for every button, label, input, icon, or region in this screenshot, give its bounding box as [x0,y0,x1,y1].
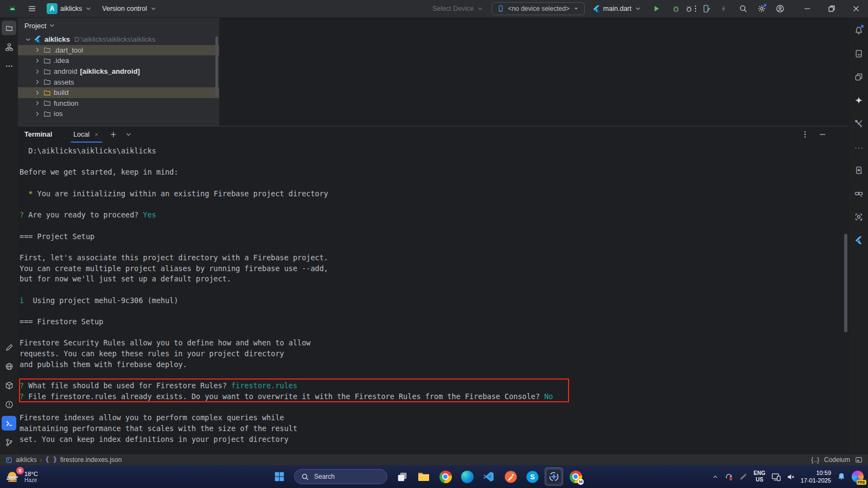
attach-debugger-button[interactable] [682,2,696,16]
tool-button-app-quality-insights[interactable] [851,163,866,177]
chevron-right-icon[interactable] [33,68,42,75]
tool-button-resource-manager[interactable] [851,69,866,84]
project-widget[interactable]: A aiklicks [44,2,94,16]
profile-button[interactable] [773,2,787,16]
tool-button-project-folder[interactable] [2,21,16,35]
taskbar-app-skype[interactable]: S [523,467,541,486]
sync-alert-icon[interactable] [725,473,733,481]
tool-button-package[interactable] [2,378,16,393]
tree-item-assets[interactable]: assets [18,76,219,87]
terminal-line: set. You can keep index definitions in y… [20,434,848,445]
window-minimize-button[interactable] [795,0,819,17]
tool-button-dart-globe[interactable] [2,359,16,374]
project-scrollbar[interactable] [215,36,218,97]
tree-item-android[interactable]: android[aiklicks_android] [18,66,219,77]
window-close-button[interactable] [844,0,868,17]
device-selector-combo[interactable]: <no device selected> [492,2,584,15]
tool-button-more-horizontal[interactable] [2,59,16,73]
screen-reader-icon[interactable] [855,456,863,464]
chevron-right-icon[interactable] [33,99,42,107]
chevron-right-icon[interactable] [33,78,42,86]
taskbar-app-chrome-m[interactable]: M [566,467,585,486]
package-icon [5,381,14,390]
chevron-right-icon[interactable] [33,89,42,97]
tool-button-deep-links[interactable] [851,186,866,201]
tool-button-problems[interactable] [2,397,16,412]
taskbar-search[interactable]: Search [294,469,387,484]
terminal-tab-local[interactable]: Local [68,126,105,143]
search-everywhere-button[interactable] [736,2,750,16]
tool-button-gemini[interactable] [851,93,866,107]
device-mirror-button[interactable] [699,2,713,16]
tool-button-ui-check[interactable] [851,209,866,224]
breadcrumb-file[interactable]: firestore.indexes.json [60,456,122,464]
search-placeholder: Search [314,473,335,480]
folder-icon [42,99,52,107]
tool-button-flutter-performance[interactable] [851,233,866,247]
tree-item--dart-tool[interactable]: .dart_tool [18,45,219,56]
terminal-minimize-button[interactable] [818,130,827,139]
tool-button-structure-braces[interactable]: {...} [851,139,866,154]
project-panel-header[interactable]: Project [18,18,219,33]
terminal-output[interactable]: D:\aiklicks\aiklicks\aiklicks Before we … [18,143,848,454]
android-studio-logo-icon [5,2,20,16]
run-button[interactable] [649,2,663,16]
volume-muted-icon[interactable] [787,473,795,481]
terminal-line: and publish them with firebase deploy. [20,359,848,370]
tree-item--idea[interactable]: .idea [18,55,219,66]
tool-button-git-branch[interactable] [2,435,16,450]
tab-close-icon[interactable] [93,131,100,138]
terminal-scrollbar[interactable] [844,234,847,332]
language-switcher[interactable]: ENG US [754,470,765,483]
chevron-down-icon [48,22,56,29]
clock[interactable]: 10:59 17-01-2025 [801,469,831,485]
chevron-right-icon[interactable] [33,46,42,54]
tree-item-aiklicks[interactable]: aiklicksD:\aiklicks\aiklicks\aiklicks [18,34,219,45]
tool-button-edit[interactable] [2,340,16,355]
tree-item-function[interactable]: function [18,98,219,109]
taskbar-app-edge[interactable] [458,467,476,486]
dropdown-arrow-icon [573,5,579,12]
main-menu-button[interactable] [25,2,39,16]
weather-widget[interactable]: 5 18°C Haze [0,470,38,484]
tool-button-device-manager[interactable] [851,46,866,61]
tree-item-build[interactable]: build [18,87,219,98]
tool-button-structure[interactable] [2,40,16,54]
terminal-more-button[interactable] [801,130,809,139]
taskbar-app-android-studio[interactable] [545,467,563,486]
codeium-label[interactable]: Codeium [824,456,850,464]
settings-button[interactable] [755,2,769,16]
tree-item-ios[interactable]: ios [18,108,219,119]
select-device-dropdown[interactable]: Select Device [430,3,486,14]
folder-icon [42,57,52,65]
tool-button-app-inspection[interactable] [851,116,866,131]
notifications-bell-icon[interactable] [837,472,846,481]
tool-button-terminal[interactable] [2,416,16,431]
cast-device-icon[interactable] [771,472,781,481]
chevron-down-icon[interactable] [23,36,33,43]
terminal-options-chevron[interactable] [122,128,135,141]
window-restore-button[interactable] [819,0,844,17]
taskbar-app-file-explorer[interactable] [414,467,433,486]
taskbar-app-task-view[interactable] [393,467,411,486]
taskbar-app-postman[interactable] [501,467,520,486]
start-button[interactable] [270,467,289,486]
terminal-title[interactable]: Terminal [24,131,52,138]
run-configuration[interactable]: main.dart [590,3,644,15]
chevron-right-icon[interactable] [33,110,42,118]
version-control-widget[interactable]: Version control [100,3,159,14]
settings-update-badge [763,3,767,7]
breadcrumb-project[interactable]: aiklicks [16,456,37,464]
main-area: Project aiklicksD:\aiklicks\aiklicks\aik… [0,18,868,454]
tray-chevron-up-icon[interactable] [712,473,719,480]
debug-button[interactable] [669,2,683,16]
offline-icon[interactable] [739,472,748,481]
copilot-button[interactable]: PRE [852,471,864,483]
taskbar-app-chrome[interactable] [436,467,455,486]
chevron-right-icon[interactable] [33,57,42,65]
lightning-icon[interactable] [717,2,731,16]
taskbar-app-vscode[interactable] [480,467,498,486]
new-terminal-button[interactable] [107,128,120,141]
phone-icon [497,5,505,12]
tool-button-notifications[interactable] [851,23,866,37]
